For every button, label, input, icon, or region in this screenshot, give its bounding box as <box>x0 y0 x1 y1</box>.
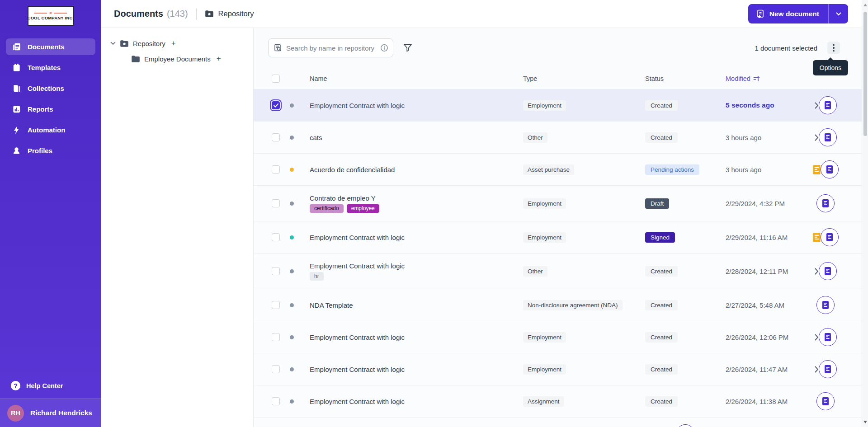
table-row[interactable] <box>254 418 862 427</box>
document-tag: employee <box>347 204 379 213</box>
select-all-checkbox[interactable] <box>272 75 280 83</box>
row-color-dot <box>290 136 294 140</box>
document-status-circle-icon[interactable] <box>821 160 839 178</box>
sidebar-item-documents[interactable]: Documents <box>6 38 95 55</box>
document-tag: hr <box>310 272 324 281</box>
table-row[interactable]: Employment Contract with logic Employmen… <box>254 321 862 353</box>
document-status-circle-icon[interactable] <box>819 360 837 378</box>
row-checkbox[interactable] <box>272 333 280 341</box>
column-header-name[interactable]: Name <box>310 75 523 82</box>
table-row[interactable]: Contrato de empleo Y certificadoemployee… <box>254 186 862 221</box>
row-type: Employment <box>523 100 566 111</box>
table-row[interactable]: Employment Contract with logic Employmen… <box>254 89 862 122</box>
row-checkbox[interactable] <box>272 233 280 241</box>
row-color-dot <box>290 399 294 404</box>
document-status-circle-icon[interactable] <box>819 328 837 346</box>
table-row[interactable]: Acuerdo de confidencialidad Asset purcha… <box>254 154 862 186</box>
row-open-chevron-icon[interactable] <box>815 96 819 114</box>
row-status-badge: Created <box>645 396 678 407</box>
row-open-chevron-icon[interactable] <box>815 262 819 280</box>
new-document-button[interactable]: New document <box>748 4 848 23</box>
add-folder-button[interactable]: + <box>170 39 178 48</box>
sidebar-item-profiles[interactable]: Profiles <box>6 142 95 159</box>
scroll-up-arrow[interactable] <box>863 4 867 6</box>
column-header-status[interactable]: Status <box>645 75 726 82</box>
tree-item-employee-documents[interactable]: Employee Documents + <box>110 54 249 63</box>
sidebar-nav: DocumentsTemplatesCollectionsReportsAuto… <box>0 38 101 159</box>
sidebar-item-templates[interactable]: Templates <box>6 59 95 76</box>
document-status-circle-icon[interactable] <box>676 424 694 427</box>
sidebar-item-automation[interactable]: Automation <box>6 122 95 138</box>
row-open-chevron-icon[interactable] <box>815 128 819 146</box>
row-color-dot <box>290 235 294 239</box>
options-kebab-icon[interactable] <box>827 42 840 54</box>
table-row[interactable]: Employment Contract with logic Employmen… <box>254 221 862 253</box>
new-document-dropdown[interactable] <box>828 4 848 23</box>
chevron-down-icon[interactable] <box>110 42 116 45</box>
company-logo[interactable]: ✕ COOL COMPANY INC. <box>28 6 74 26</box>
document-count: (143) <box>167 9 188 19</box>
document-status-circle-icon[interactable] <box>819 96 837 114</box>
row-name: NDA Template <box>310 301 523 309</box>
add-folder-button[interactable]: + <box>215 54 223 63</box>
table-row[interactable]: Employment Contract with logic Employmen… <box>254 353 862 385</box>
document-status-circle-icon[interactable] <box>816 392 835 410</box>
info-icon[interactable] <box>380 44 388 52</box>
row-checkbox[interactable] <box>272 397 280 405</box>
top-header: Documents (143) Repository New document <box>101 0 862 28</box>
row-checkbox[interactable] <box>272 133 280 141</box>
new-document-icon <box>756 9 765 19</box>
check-icon <box>274 103 278 108</box>
vertical-scrollbar[interactable] <box>862 0 868 427</box>
row-status-badge: Draft <box>645 198 669 209</box>
table-row[interactable]: Employment Contract with logic hr Other … <box>254 253 862 289</box>
search-box[interactable] <box>268 38 393 57</box>
row-color-dot <box>290 269 294 273</box>
scroll-down-arrow[interactable] <box>863 421 867 423</box>
user-menu[interactable]: RH Richard Hendricks <box>0 399 101 427</box>
sidebar-item-label: Documents <box>28 43 65 51</box>
row-checkbox[interactable] <box>272 301 280 309</box>
row-tags: certificadoemployee <box>310 204 523 213</box>
column-header-modified[interactable]: Modified <box>726 75 807 82</box>
row-open-chevron-icon[interactable] <box>815 360 819 378</box>
document-status-circle-icon[interactable] <box>821 228 839 246</box>
filter-icon[interactable] <box>403 43 412 52</box>
sidebar-item-label: Reports <box>28 105 53 113</box>
row-type: Assignment <box>523 396 564 407</box>
row-checkbox[interactable] <box>272 267 280 275</box>
document-status-circle-icon[interactable] <box>819 128 837 146</box>
row-type: Non-disclosure agreement (NDA) <box>523 300 623 310</box>
row-checkbox[interactable] <box>272 199 280 207</box>
table-row[interactable]: Employment Contract with logic Assignmen… <box>254 385 862 418</box>
table-row[interactable]: cats Other Created 3 hours ago <box>254 122 862 154</box>
row-open-chevron-icon[interactable] <box>815 328 819 346</box>
sidebar: ✕ COOL COMPANY INC. DocumentsTemplatesCo… <box>0 0 101 427</box>
sidebar-item-label: Profiles <box>28 147 52 155</box>
row-type: Other <box>523 266 547 277</box>
row-checkbox[interactable] <box>272 365 280 373</box>
document-status-circle-icon[interactable] <box>819 262 837 280</box>
breadcrumb[interactable]: Repository <box>205 9 254 18</box>
row-type: Employment <box>523 332 566 343</box>
row-modified: 2/29/2024, 4:32 PM <box>726 200 807 207</box>
tree-item-repository[interactable]: Repository + <box>110 39 249 48</box>
help-center-link[interactable]: ? Help Center <box>0 376 101 399</box>
avatar: RH <box>7 405 24 422</box>
pending-document-icon[interactable] <box>813 160 821 178</box>
pending-document-icon[interactable] <box>813 228 821 246</box>
row-checkbox[interactable] <box>272 165 280 174</box>
tree-item-label: Repository <box>133 40 165 47</box>
row-type: Employment <box>523 232 566 243</box>
scrollbar-thumb[interactable] <box>863 12 867 136</box>
reports-icon <box>12 104 21 114</box>
document-status-circle-icon[interactable] <box>816 194 835 212</box>
row-checkbox[interactable] <box>272 101 280 109</box>
sidebar-item-collections[interactable]: Collections <box>6 80 95 97</box>
document-status-circle-icon[interactable] <box>816 296 835 314</box>
search-input[interactable] <box>286 44 377 52</box>
column-header-type[interactable]: Type <box>523 75 645 82</box>
sidebar-item-reports[interactable]: Reports <box>6 101 95 117</box>
search-document-icon <box>274 44 283 52</box>
table-row[interactable]: NDA Template Non-disclosure agreement (N… <box>254 289 862 321</box>
